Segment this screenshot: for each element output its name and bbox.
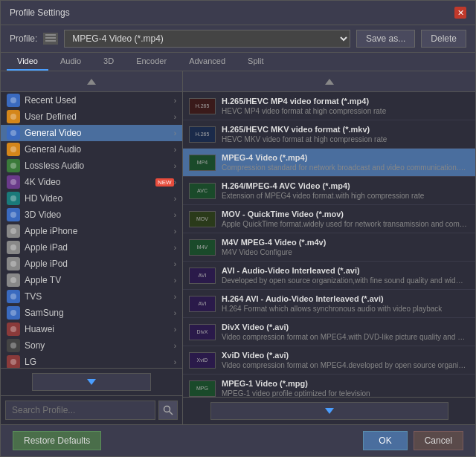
sidebar-item-recent-used[interactable]: Recent Used› xyxy=(1,92,182,108)
profile-settings-dialog: Profile Settings ✕ Profile: MPEG-4 Video… xyxy=(0,0,476,457)
format-text: MOV - QuickTime Video (*.mov)Apple Quick… xyxy=(222,210,467,228)
format-row: XviDXviD Video (*.avi)Video compression … xyxy=(189,351,469,369)
format-title: H.264 AVI - Audio-Video Interleaved (*.a… xyxy=(222,294,442,303)
sidebar-item-label: Apple iPad xyxy=(25,242,174,253)
chevron-right-icon: › xyxy=(174,178,176,187)
search-input[interactable] xyxy=(5,401,155,420)
format-title: MPEG-4 Video (*.mp4) xyxy=(222,153,467,162)
profile-select[interactable]: MPEG-4 Video (*.mp4) xyxy=(64,30,350,48)
format-thumbnail: XviD xyxy=(189,352,216,369)
chevron-right-icon: › xyxy=(174,129,176,137)
sidebar-item-tvs[interactable]: TVS› xyxy=(1,288,182,305)
sidebar-item-user-defined[interactable]: User Defined› xyxy=(1,108,182,125)
svg-point-5 xyxy=(10,130,16,136)
restore-defaults-button[interactable]: Restore Defaults xyxy=(13,431,101,450)
format-thumbnail: DivX xyxy=(189,324,216,340)
format-title: DivX Video (*.avi) xyxy=(222,323,467,331)
sidebar-item-hd-video[interactable]: HD Video› xyxy=(1,190,182,207)
sidebar-item-apple-iphone[interactable]: Apple iPhone› xyxy=(1,223,182,239)
svg-point-13 xyxy=(10,261,16,267)
format-item-m4v[interactable]: M4VM4V MPEG-4 Video (*.m4v)M4V Video Con… xyxy=(183,233,475,262)
cancel-button[interactable]: Cancel xyxy=(414,431,463,450)
format-item-xvid[interactable]: XviDXviD Video (*.avi)Video compression … xyxy=(183,346,475,375)
sidebar-item-apple-ipod[interactable]: Apple iPod› xyxy=(1,256,182,272)
format-text: H.264 AVI - Audio-Video Interleaved (*.a… xyxy=(222,294,442,313)
format-thumbnail: MPG xyxy=(189,380,216,397)
profile-row: Profile: MPEG-4 Video (*.mp4) Save as...… xyxy=(1,25,475,53)
format-desc: M4V Video Configure xyxy=(222,248,326,256)
format-item-mpeg1[interactable]: MPGMPEG-1 Video (*.mpg)MPEG-1 video prof… xyxy=(183,375,475,397)
scroll-up-icon[interactable] xyxy=(87,79,96,85)
format-title: H.265/HEVC MP4 video format (*.mp4) xyxy=(222,97,386,106)
left-dropdown-button[interactable] xyxy=(32,373,151,391)
format-desc: Developed by open source organization,wi… xyxy=(222,276,467,285)
lg-icon xyxy=(7,355,20,368)
sidebar-item-label: SamSung xyxy=(25,308,174,318)
svg-point-10 xyxy=(10,212,16,218)
sidebar-item-sony[interactable]: Sony› xyxy=(1,337,182,354)
tab-audio[interactable]: Audio xyxy=(50,53,91,71)
ok-button[interactable]: OK xyxy=(363,431,407,450)
format-thumbnail: AVC xyxy=(189,183,216,199)
apple-ipod-icon xyxy=(7,257,20,270)
close-button[interactable]: ✕ xyxy=(454,7,466,19)
right-panel: H.265H.265/HEVC MP4 video format (*.mp4)… xyxy=(183,71,475,424)
search-icon xyxy=(163,405,173,415)
format-item-divx[interactable]: DivXDivX Video (*.avi)Video compression … xyxy=(183,318,475,346)
tab-split[interactable]: Split xyxy=(237,53,274,71)
sidebar-item-3d-video[interactable]: 3D Video› xyxy=(1,207,182,223)
tab-encoder[interactable]: Encoder xyxy=(126,53,177,71)
format-title: XviD Video (*.avi) xyxy=(222,351,467,360)
sidebar-item-label: TVS xyxy=(25,291,174,302)
svg-rect-1 xyxy=(45,37,56,39)
chevron-right-icon: › xyxy=(174,276,176,285)
format-item-mpeg4[interactable]: MP4MPEG-4 Video (*.mp4)Compression stand… xyxy=(183,149,475,177)
format-title: MOV - QuickTime Video (*.mov) xyxy=(222,210,467,218)
sidebar-item-apple-ipad[interactable]: Apple iPad› xyxy=(1,239,182,256)
sidebar-item-label: User Defined xyxy=(25,111,174,122)
format-item-h264-avi[interactable]: AVIH.264 AVI - Audio-Video Interleaved (… xyxy=(183,290,475,318)
sidebar-item-lossless-audio[interactable]: Lossless Audio› xyxy=(1,158,182,174)
profile-icon xyxy=(43,33,58,45)
format-title: H.264/MPEG-4 AVC Video (*.mp4) xyxy=(222,181,424,190)
delete-button[interactable]: Delete xyxy=(421,30,466,48)
format-row: H.265H.265/HEVC MKV video format (*.mkv)… xyxy=(189,125,469,143)
format-title: AVI - Audio-Video Interleaved (*.avi) xyxy=(222,266,467,275)
sidebar-item-general-video[interactable]: General Video› xyxy=(1,125,182,141)
right-scroll-up-icon[interactable] xyxy=(325,79,334,85)
format-item-h265-mkv[interactable]: H.265H.265/HEVC MKV video format (*.mkv)… xyxy=(183,120,475,149)
sidebar-item-general-audio[interactable]: General Audio› xyxy=(1,141,182,158)
right-dropdown-button[interactable] xyxy=(210,402,448,420)
chevron-right-icon: › xyxy=(174,162,176,170)
svg-point-9 xyxy=(10,195,16,201)
format-row: AVCH.264/MPEG-4 AVC Video (*.mp4)Extensi… xyxy=(189,181,469,200)
footer: Restore Defaults OK Cancel xyxy=(1,424,475,456)
format-item-h264-avc[interactable]: AVCH.264/MPEG-4 AVC Video (*.mp4)Extensi… xyxy=(183,177,475,205)
footer-right: OK Cancel xyxy=(363,431,463,450)
format-item-mov[interactable]: MOVMOV - QuickTime Video (*.mov)Apple Qu… xyxy=(183,205,475,233)
format-thumbnail: MOV xyxy=(189,211,216,227)
sidebar-item-huawei[interactable]: Huawei› xyxy=(1,321,182,337)
tab-advanced[interactable]: Advanced xyxy=(178,53,236,71)
format-item-h265-mp4[interactable]: H.265H.265/HEVC MP4 video format (*.mp4)… xyxy=(183,92,475,120)
main-content: Recent Used›User Defined›General Video›G… xyxy=(1,71,475,424)
sidebar-item-label: 4K Video xyxy=(25,177,152,187)
chevron-right-icon: › xyxy=(174,325,176,334)
format-row: MOVMOV - QuickTime Video (*.mov)Apple Qu… xyxy=(189,210,469,228)
tab-video[interactable]: Video xyxy=(7,53,48,71)
huawei-icon xyxy=(7,323,20,336)
sidebar-item-samsung[interactable]: SamSung› xyxy=(1,305,182,321)
sidebar-item-label: HD Video xyxy=(25,193,174,204)
tab-3d[interactable]: 3D xyxy=(93,53,124,71)
sidebar-item-apple-tv[interactable]: Apple TV› xyxy=(1,272,182,288)
format-desc: Video compression format on MPEG4.with D… xyxy=(222,333,467,341)
search-button[interactable] xyxy=(158,401,178,420)
sidebar-item-4k-video[interactable]: 4K VideoNEW› xyxy=(1,174,182,190)
save-as-button[interactable]: Save as... xyxy=(356,30,415,48)
format-item-avi[interactable]: AVIAVI - Audio-Video Interleaved (*.avi)… xyxy=(183,262,475,290)
sidebar-item-lg[interactable]: LG› xyxy=(1,354,182,368)
format-text: H.264/MPEG-4 AVC Video (*.mp4)Extension … xyxy=(222,181,424,200)
left-panel-header xyxy=(1,71,182,92)
lossless-audio-icon xyxy=(7,159,20,172)
format-thumbnail: M4V xyxy=(189,239,216,256)
